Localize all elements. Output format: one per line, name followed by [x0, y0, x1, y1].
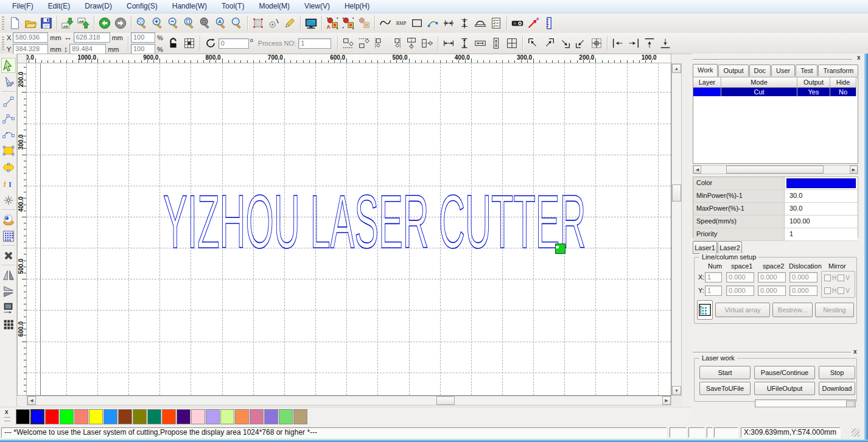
open-folder-icon[interactable]: [23, 15, 38, 31]
color-swatch-8874dc[interactable]: [264, 409, 278, 424]
keep-grid-icon[interactable]: [181, 35, 197, 51]
layer-cell-hide[interactable]: No: [830, 88, 856, 96]
menu-model[interactable]: Model(M): [251, 0, 297, 13]
group-text-icon[interactable]: A: [324, 15, 340, 31]
color-swatch-d9779b[interactable]: [250, 409, 264, 424]
export-image-icon[interactable]: [75, 15, 91, 31]
tab-user[interactable]: User: [771, 65, 795, 76]
select-tool-icon[interactable]: [1, 57, 16, 74]
align-top-edge-icon[interactable]: [642, 35, 657, 51]
col-header-hide[interactable]: Hide: [830, 77, 856, 88]
pause-continue-button[interactable]: Pause/Continue: [754, 366, 815, 379]
toolbar-grip[interactable]: [2, 37, 4, 50]
layer-table[interactable]: LayerModeOutputHide CutYesNo: [693, 77, 858, 164]
color-swatch-8b3a13[interactable]: [118, 409, 132, 424]
ruler-icon[interactable]: [541, 15, 557, 31]
width-field[interactable]: 628.318: [74, 32, 110, 43]
color-swatch-b5a075[interactable]: [293, 409, 307, 424]
node-edit-icon[interactable]: [425, 15, 441, 31]
num-y-field[interactable]: 1: [705, 286, 722, 296]
zoom-view-icon[interactable]: [229, 15, 245, 31]
array-tool-icon[interactable]: [1, 316, 16, 332]
color-swatch-fb8c50[interactable]: [235, 409, 249, 424]
color-swatch-808000[interactable]: [133, 409, 147, 424]
work-list-icon[interactable]: [488, 15, 504, 31]
resize-canvas-icon[interactable]: [1, 300, 16, 316]
savetoufile-button[interactable]: SaveToUFile: [699, 382, 751, 395]
palette-close-icon[interactable]: x: [5, 409, 9, 415]
menu-draw[interactable]: Draw(D): [77, 0, 119, 13]
color-swatch-0000ff[interactable]: [30, 409, 44, 424]
scroll-up-icon[interactable]: ▲: [672, 64, 681, 73]
rotate-shape-icon[interactable]: [266, 15, 282, 31]
table-scroll-thumb[interactable]: [726, 166, 824, 174]
rectangle-outline-icon[interactable]: [409, 15, 425, 31]
camera-tool-icon[interactable]: [1, 211, 16, 228]
vertical-scrollbar[interactable]: ▲ ▼: [671, 63, 682, 396]
ufileoutput-button[interactable]: UFileOutput: [754, 382, 815, 395]
lower-close-icon[interactable]: x: [853, 349, 857, 355]
zoom-font-icon[interactable]: A: [213, 15, 229, 31]
table-scroll-left-icon[interactable]: ◀: [693, 166, 701, 174]
design-text-object[interactable]: YIZHOU LASER CUTTER: [163, 180, 586, 263]
space-vertical-icon[interactable]: [457, 15, 472, 31]
undo-icon[interactable]: [97, 15, 113, 31]
fill-width-icon[interactable]: [472, 35, 488, 51]
text-tool-icon[interactable]: fI: [1, 175, 16, 192]
mirror-horizontal-icon[interactable]: [1, 267, 16, 283]
tab-test[interactable]: Test: [796, 65, 817, 76]
align-obj-right-icon[interactable]: [388, 35, 404, 51]
download-button[interactable]: Download: [819, 382, 855, 395]
y-position-field[interactable]: 384.328: [13, 44, 48, 54]
redo-icon[interactable]: [113, 15, 128, 31]
resize-grip[interactable]: [852, 429, 859, 437]
color-swatch-ffff00[interactable]: [89, 409, 103, 424]
align-bottom-right-icon[interactable]: [557, 35, 573, 51]
color-swatch-d2fa96[interactable]: [220, 409, 234, 424]
align-obj-top-icon[interactable]: [356, 35, 372, 51]
layer-table-scrollbar[interactable]: ◀ ▶: [693, 165, 858, 174]
col-header-mode[interactable]: Mode: [721, 77, 797, 88]
align-bottom-left-icon[interactable]: [573, 35, 589, 51]
same-height-icon[interactable]: [457, 35, 472, 51]
table-scroll-right-icon[interactable]: ▶: [850, 166, 858, 174]
delete-tool-icon[interactable]: [1, 247, 16, 264]
param-value-speed-mm-s-[interactable]: 100.00: [785, 216, 858, 228]
color-swatch-00805c[interactable]: [147, 409, 161, 424]
layer-color-swatch[interactable]: [786, 178, 856, 188]
menu-handle[interactable]: Handle(W): [165, 0, 214, 13]
import-image-icon[interactable]: [60, 15, 75, 31]
layer-table-row[interactable]: CutYesNo: [693, 88, 858, 96]
array-direction-button[interactable]: [697, 300, 713, 320]
align-obj-hcenter-icon[interactable]: [404, 35, 419, 51]
x-position-field[interactable]: 580.936: [13, 32, 48, 43]
layer-cell-layer[interactable]: [693, 88, 721, 96]
dislocation-x-field[interactable]: 0.000: [789, 272, 817, 282]
rect-tool-icon[interactable]: [1, 142, 16, 159]
polyline-tool-icon[interactable]: [1, 110, 16, 126]
same-size-icon[interactable]: [504, 35, 520, 51]
menu-config[interactable]: Config(S): [119, 0, 165, 13]
color-swatch-f98070[interactable]: [74, 409, 88, 424]
vertical-scroll-thumb[interactable]: [672, 184, 681, 202]
tab-doc[interactable]: Doc: [749, 65, 771, 76]
zoom-pan-icon[interactable]: [134, 15, 150, 31]
process-no-field[interactable]: 1: [298, 38, 331, 49]
horizontal-scroll-thumb[interactable]: [436, 396, 455, 405]
align-center-icon[interactable]: [589, 35, 604, 51]
bmp-icon[interactable]: BMP: [393, 15, 409, 31]
new-file-icon[interactable]: [7, 15, 23, 31]
edit-pen-icon[interactable]: [282, 15, 298, 31]
param-value-priority[interactable]: 1: [785, 228, 858, 240]
layer-cell-output[interactable]: Yes: [797, 88, 830, 96]
color-swatch-b39df5[interactable]: [206, 409, 220, 424]
space2-x-field[interactable]: 0.000: [758, 272, 786, 282]
panel-close-icon[interactable]: x: [857, 55, 861, 61]
progress-drop-icon[interactable]: [846, 401, 855, 407]
color-swatch-ff0000[interactable]: [45, 409, 59, 424]
bezier-tool-icon[interactable]: [1, 126, 16, 142]
line-tool-icon[interactable]: [1, 93, 16, 110]
menu-edit[interactable]: Edit(E): [41, 0, 78, 13]
col-header-layer[interactable]: Layer: [693, 77, 721, 88]
select-box-icon[interactable]: [250, 15, 266, 31]
